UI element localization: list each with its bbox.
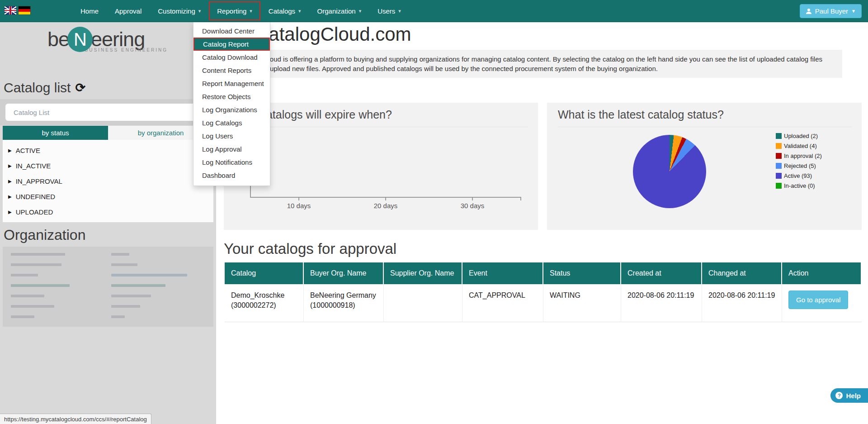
tab-by-status[interactable]: by status (3, 126, 108, 140)
nav-item-label: Customizing (158, 7, 195, 15)
legend-label: Uploaded (2) (784, 133, 818, 139)
cell-event: CAT_APPROVAL (462, 284, 543, 322)
browser-status-bar: https://testing.mycatalogcloud.com/ccs/#… (0, 414, 151, 424)
chevron-down-icon: ▾ (298, 8, 301, 14)
legend-entry: Validated (4) (776, 143, 822, 149)
status-pie (633, 135, 706, 208)
expiry-chart-title: Your catalogs will expire when? (235, 108, 528, 127)
menu-item-log-organizations[interactable]: Log Organizations (193, 103, 270, 116)
logo-text: be (47, 28, 69, 51)
catalog-list-tabs: by status by organization (3, 126, 213, 140)
column-header-status: Status (543, 262, 621, 284)
menu-item-log-users[interactable]: Log Users (193, 129, 270, 143)
expiry-chart-panel: Your catalogs will expire when? (224, 103, 538, 230)
axis-tick-label: 30 days (454, 202, 491, 210)
org-details-placeholder (111, 253, 187, 326)
top-navbar: Home Approval Customizing▾ Reporting▾ Ca… (0, 0, 868, 22)
axis-tick-label: 10 days (281, 202, 317, 210)
chevron-down-icon: ▼ (851, 9, 856, 14)
legend-entry: Rejected (5) (776, 162, 822, 169)
menu-item-download-center[interactable]: Download Center (193, 24, 270, 38)
help-label: Help (846, 392, 861, 400)
welcome-text: myCatalogCloud is offering a platform to… (224, 50, 842, 78)
nav-item-label: Home (80, 7, 99, 15)
legend-swatch (776, 183, 782, 189)
column-header-supplier: Supplier Org. Name (384, 262, 462, 284)
column-header-action: Action (782, 262, 862, 284)
column-header-buyer: Buyer Org. Name (304, 262, 384, 284)
legend-swatch (776, 153, 782, 159)
menu-item-report-management[interactable]: Report Management (193, 77, 270, 90)
page: Home Approval Customizing▾ Reporting▾ Ca… (0, 0, 868, 424)
nav-item-organization[interactable]: Organization▾ (309, 0, 370, 22)
status-item-in-approval[interactable]: IN_APPROVAL (3, 173, 213, 189)
nav-item-reporting[interactable]: Reporting▾ (209, 1, 260, 20)
menu-item-restore-objects[interactable]: Restore Objects (193, 90, 270, 103)
nav-item-label: Approval (115, 7, 142, 15)
legend-entry: In approval (2) (776, 152, 822, 159)
axis-tick-label: 20 days (368, 202, 404, 210)
menu-item-log-catalogs[interactable]: Log Catalogs (193, 116, 270, 129)
refresh-icon[interactable]: ⟳ (75, 82, 85, 94)
nav-items: Home Approval Customizing▾ Reporting▾ Ca… (72, 0, 409, 22)
organization-details-panel (3, 247, 213, 327)
catalog-list-heading: Catalog list ⟳ (4, 80, 85, 95)
beneering-logo: be N eering BUSINESS ENGINEERING (47, 27, 174, 52)
nav-item-customizing[interactable]: Customizing▾ (150, 0, 209, 22)
status-item-in-active[interactable]: IN_ACTIVE (3, 158, 213, 173)
menu-item-catalog-report[interactable]: Catalog Report (193, 38, 270, 51)
cell-status: WAITING (543, 284, 621, 322)
axis-tick (385, 198, 386, 200)
menu-item-content-reports[interactable]: Content Reports (193, 64, 270, 77)
column-header-created: Created at (621, 262, 702, 284)
org-details-placeholder (11, 253, 70, 326)
user-name-label: Paul Buyer (815, 7, 848, 15)
status-chart-title: What is the latest catalog status? (558, 108, 852, 127)
nav-item-approval[interactable]: Approval (107, 0, 150, 22)
catalog-search-input[interactable] (5, 104, 209, 121)
legend-label: Rejected (5) (784, 162, 816, 169)
question-icon: ? (835, 392, 843, 399)
legend-swatch (776, 173, 782, 179)
person-icon (806, 8, 812, 14)
logo-circle-icon: N (67, 27, 93, 52)
legend-label: Active (93) (784, 172, 812, 179)
legend-swatch (776, 143, 782, 149)
column-header-event: Event (462, 262, 543, 284)
germany-flag-icon[interactable] (19, 6, 30, 14)
chevron-down-icon: ▾ (398, 8, 401, 14)
nav-item-label: Reporting (217, 7, 246, 15)
legend-label: In approval (2) (784, 152, 822, 159)
column-header-changed: Changed at (702, 262, 782, 284)
reporting-dropdown-menu: Download Center Catalog Report Catalog D… (193, 22, 270, 186)
status-item-uploaded[interactable]: UPLOADED (3, 204, 213, 219)
cell-buyer: BeNeering Germany (1000000918) (304, 284, 384, 322)
status-item-active[interactable]: ACTIVE (3, 143, 213, 158)
approval-section-heading: Your catalogs for approval (224, 240, 396, 257)
language-flags (5, 6, 30, 14)
nav-item-users[interactable]: Users▾ (369, 0, 409, 22)
approval-table: Catalog Buyer Org. Name Supplier Org. Na… (225, 262, 862, 322)
chevron-down-icon: ▾ (250, 8, 252, 14)
legend-label: Validated (4) (784, 143, 817, 149)
menu-item-catalog-download[interactable]: Catalog Download (193, 51, 270, 64)
uk-flag-icon[interactable] (5, 6, 16, 14)
menu-item-log-notifications[interactable]: Log Notifications (193, 156, 270, 169)
axis-tick (298, 198, 299, 200)
cell-created-at: 2020-08-06 20:11:19 (621, 284, 702, 322)
chevron-down-icon: ▾ (198, 8, 201, 14)
menu-item-log-approval[interactable]: Log Approval (193, 143, 270, 156)
nav-item-catalogs[interactable]: Catalogs▾ (260, 0, 309, 22)
status-pie-legend: Uploaded (2) Validated (4) In approval (… (776, 133, 822, 189)
menu-item-dashboard[interactable]: Dashboard (193, 169, 270, 182)
go-to-approval-button[interactable]: Go to approval (788, 291, 848, 309)
sidebar: be N eering BUSINESS ENGINEERING Catalog… (0, 22, 216, 424)
status-url: https://testing.mycatalogcloud.com/ccs/#… (4, 416, 147, 423)
help-button[interactable]: ? Help (830, 388, 868, 403)
cell-changed-at: 2020-08-06 20:11:19 (702, 284, 782, 322)
status-item-undefined[interactable]: UNDEFINED (3, 189, 213, 204)
chevron-down-icon: ▾ (359, 8, 362, 14)
user-menu-button[interactable]: Paul Buyer ▼ (800, 4, 862, 18)
nav-item-label: Catalogs (269, 7, 295, 15)
nav-item-home[interactable]: Home (72, 0, 107, 22)
